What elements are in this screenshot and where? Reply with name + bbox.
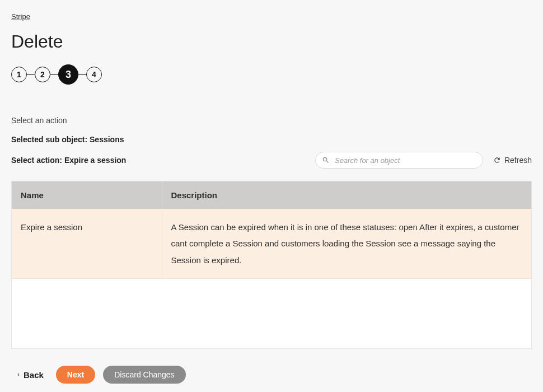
selected-action: Select action: Expire a session [11, 156, 126, 165]
instruction-text: Select an action [11, 116, 532, 125]
step-2[interactable]: 2 [35, 67, 50, 82]
col-header-name[interactable]: Name [12, 181, 162, 209]
selected-sub-object: Selected sub object: Sessions [11, 135, 532, 144]
step-3[interactable]: 3 [58, 64, 78, 85]
page-title: Delete [11, 31, 532, 52]
back-label: Back [24, 370, 44, 380]
table-row[interactable]: Expire a session A Session can be expire… [12, 209, 531, 278]
step-connector [78, 74, 86, 75]
cell-name: Expire a session [12, 209, 162, 278]
next-button[interactable]: Next [56, 366, 95, 384]
refresh-icon [493, 156, 501, 164]
stepper: 1 2 3 4 [11, 64, 532, 85]
search-input[interactable] [315, 152, 483, 169]
search-icon [322, 156, 330, 164]
search-field[interactable] [315, 152, 483, 169]
col-header-description[interactable]: Description [162, 181, 531, 209]
wizard-footer: Back Next Discard Changes [11, 366, 532, 384]
step-1[interactable]: 1 [11, 67, 27, 82]
refresh-button[interactable]: Refresh [493, 156, 532, 165]
discard-button[interactable]: Discard Changes [103, 366, 185, 384]
chevron-left-icon [16, 372, 21, 377]
step-connector [27, 74, 35, 75]
refresh-label: Refresh [504, 156, 532, 165]
back-button[interactable]: Back [11, 367, 48, 383]
step-connector [50, 74, 58, 75]
breadcrumb-stripe[interactable]: Stripe [11, 12, 30, 21]
step-4[interactable]: 4 [86, 67, 102, 82]
cell-description: A Session can be expired when it is in o… [162, 209, 531, 278]
actions-table: Name Description Expire a session A Sess… [11, 181, 532, 349]
